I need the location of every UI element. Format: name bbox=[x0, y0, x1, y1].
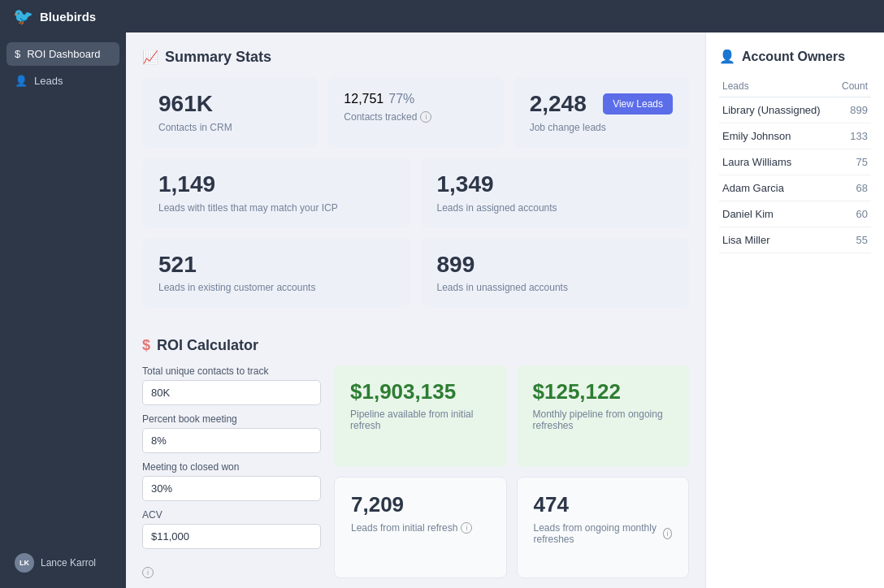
stat-label-job: Job change leads bbox=[530, 122, 673, 133]
roi-layout: Total unique contacts to track Percent b… bbox=[142, 365, 689, 578]
summary-stats-section: 📈 Summary Stats 961K Contacts in CRM 12,… bbox=[142, 49, 689, 318]
input-group-percent-book: Percent book meeting bbox=[142, 413, 321, 453]
stat-value-unassigned: 899 bbox=[437, 253, 674, 278]
col-header-leads: Leads bbox=[719, 76, 835, 97]
stat-value-row-job: 2,248 View Leads bbox=[530, 92, 673, 117]
view-leads-button[interactable]: View Leads bbox=[603, 93, 673, 115]
owner-count: 55 bbox=[835, 227, 871, 253]
table-row: Lisa Miller 55 bbox=[719, 227, 871, 253]
stat-value-tracked: 12,75177% bbox=[344, 92, 414, 106]
input-meeting-closed[interactable] bbox=[142, 476, 321, 501]
info-icon-footer[interactable]: i bbox=[142, 567, 154, 578]
table-row: Daniel Kim 60 bbox=[719, 201, 871, 227]
result-card-leads-monthly: 474 Leads from ongoing monthly refreshes… bbox=[517, 477, 690, 578]
col-header-count: Count bbox=[835, 76, 871, 97]
input-percent-book[interactable] bbox=[142, 428, 321, 453]
roi-inputs: Total unique contacts to track Percent b… bbox=[142, 365, 321, 578]
roi-calculator-label: ROI Calculator bbox=[157, 337, 258, 354]
stat-card-icp: 1,149 Leads with titles that may match y… bbox=[142, 158, 411, 228]
table-row: Laura Williams 75 bbox=[719, 149, 871, 175]
chart-icon: 📈 bbox=[142, 50, 158, 65]
table-row: Library (Unassigned) 899 bbox=[719, 97, 871, 123]
label-meeting-closed: Meeting to closed won bbox=[142, 461, 321, 473]
sidebar: $ ROI Dashboard 👤 Leads LK Lance Karrol bbox=[0, 32, 126, 588]
stat-card-contacts-tracked: 12,75177% Contacts tracked i bbox=[327, 77, 503, 148]
stat-card-assigned: 1,349 Leads in assigned accounts bbox=[421, 158, 690, 228]
stat-value-row-tracked: 12,75177% bbox=[344, 92, 487, 106]
input-group-acv: ACV bbox=[142, 509, 321, 549]
user-initials: LK bbox=[20, 559, 29, 567]
logo-icon: 🐦 bbox=[13, 6, 33, 26]
info-icon-leads-initial[interactable]: i bbox=[461, 522, 472, 534]
owners-table: Leads Count Library (Unassigned) 899 Emi… bbox=[719, 76, 871, 253]
roi-results: $1,903,135 Pipeline available from initi… bbox=[334, 365, 689, 578]
owner-count: 68 bbox=[835, 175, 871, 201]
footer-info: i bbox=[142, 564, 321, 578]
owner-name: Laura Williams bbox=[719, 149, 835, 175]
info-icon-tracked[interactable]: i bbox=[420, 111, 431, 123]
sidebar-item-roi-dashboard[interactable]: $ ROI Dashboard bbox=[6, 42, 119, 66]
table-row: Adam Garcia 68 bbox=[719, 175, 871, 201]
right-panel: 👤 Account Owners Leads Count Library (Un… bbox=[705, 32, 884, 588]
owner-count: 60 bbox=[835, 201, 871, 227]
stat-label-assigned: Leads in assigned accounts bbox=[437, 202, 674, 214]
stats-grid-top: 961K Contacts in CRM 12,75177% Contacts … bbox=[142, 77, 689, 148]
sidebar-item-leads[interactable]: 👤 Leads bbox=[6, 69, 119, 93]
stat-value-assigned: 1,349 bbox=[437, 172, 674, 197]
result-value-leads-initial: 7,209 bbox=[351, 492, 490, 517]
avatar: LK bbox=[15, 553, 34, 573]
input-group-meeting-closed: Meeting to closed won bbox=[142, 461, 321, 501]
sidebar-user[interactable]: LK Lance Karrol bbox=[6, 547, 119, 578]
sidebar-item-roi-label: ROI Dashboard bbox=[27, 48, 100, 60]
owner-count: 75 bbox=[835, 149, 871, 175]
owner-name: Emily Johnson bbox=[719, 123, 835, 149]
stats-grid-bot: 521 Leads in existing customer accounts … bbox=[142, 238, 689, 309]
stat-label-unassigned: Leads in unassigned accounts bbox=[437, 282, 674, 293]
result-card-pipeline-initial: $1,903,135 Pipeline available from initi… bbox=[334, 365, 507, 467]
account-owners-title: 👤 Account Owners bbox=[719, 49, 871, 64]
label-total-unique: Total unique contacts to track bbox=[142, 365, 321, 377]
owner-name: Library (Unassigned) bbox=[719, 97, 835, 123]
stat-value-existing: 521 bbox=[158, 253, 395, 278]
app-body: $ ROI Dashboard 👤 Leads LK Lance Karrol … bbox=[0, 32, 884, 588]
roi-calculator-section: $ ROI Calculator Total unique contacts t… bbox=[142, 337, 689, 578]
user-icon: 👤 bbox=[15, 75, 28, 87]
app-name: Bluebirds bbox=[40, 10, 96, 24]
topnav: 🐦 Bluebirds bbox=[0, 0, 884, 32]
stat-card-unassigned: 899 Leads in unassigned accounts bbox=[421, 238, 690, 309]
result-value-pipeline-initial: $1,903,135 bbox=[350, 380, 491, 404]
account-owners-label: Account Owners bbox=[742, 50, 845, 64]
person-icon: 👤 bbox=[719, 49, 735, 64]
stat-label-contacts-crm: Contacts in CRM bbox=[158, 122, 301, 133]
stat-label-tracked: Contacts tracked i bbox=[344, 111, 487, 123]
stat-card-job-change: 2,248 View Leads Job change leads bbox=[514, 77, 689, 148]
result-label-leads-monthly: Leads from ongoing monthly refreshes i bbox=[534, 522, 673, 545]
result-value-pipeline-monthly: $125,122 bbox=[533, 380, 674, 404]
input-acv[interactable] bbox=[142, 524, 321, 549]
app-logo: 🐦 Bluebirds bbox=[13, 6, 96, 26]
info-icon-leads-monthly[interactable]: i bbox=[663, 528, 672, 539]
stat-value-job: 2,248 bbox=[530, 92, 587, 117]
owner-name: Daniel Kim bbox=[719, 201, 835, 227]
stats-grid-mid: 1,149 Leads with titles that may match y… bbox=[142, 158, 689, 228]
label-percent-book: Percent book meeting bbox=[142, 413, 321, 425]
stat-card-contacts-crm: 961K Contacts in CRM bbox=[142, 77, 318, 148]
stat-value-icp: 1,149 bbox=[158, 172, 395, 197]
stat-card-existing: 521 Leads in existing customer accounts bbox=[142, 238, 411, 309]
label-acv: ACV bbox=[142, 509, 321, 521]
owner-count: 133 bbox=[835, 123, 871, 149]
result-label-pipeline-initial: Pipeline available from initial refresh bbox=[350, 409, 491, 431]
table-row: Emily Johnson 133 bbox=[719, 123, 871, 149]
result-label-leads-initial: Leads from initial refresh i bbox=[351, 522, 490, 534]
summary-stats-label: Summary Stats bbox=[165, 49, 271, 66]
stat-percent-tracked: 77% bbox=[388, 92, 414, 106]
dollar-icon: $ bbox=[15, 48, 20, 60]
dollar-circle-icon: $ bbox=[142, 337, 150, 354]
input-group-total-unique: Total unique contacts to track bbox=[142, 365, 321, 405]
summary-stats-title: 📈 Summary Stats bbox=[142, 49, 689, 66]
result-value-leads-monthly: 474 bbox=[534, 492, 673, 517]
main-content: 📈 Summary Stats 961K Contacts in CRM 12,… bbox=[126, 32, 705, 588]
user-name: Lance Karrol bbox=[41, 557, 96, 569]
owner-name: Lisa Miller bbox=[719, 227, 835, 253]
input-total-unique[interactable] bbox=[142, 380, 321, 405]
